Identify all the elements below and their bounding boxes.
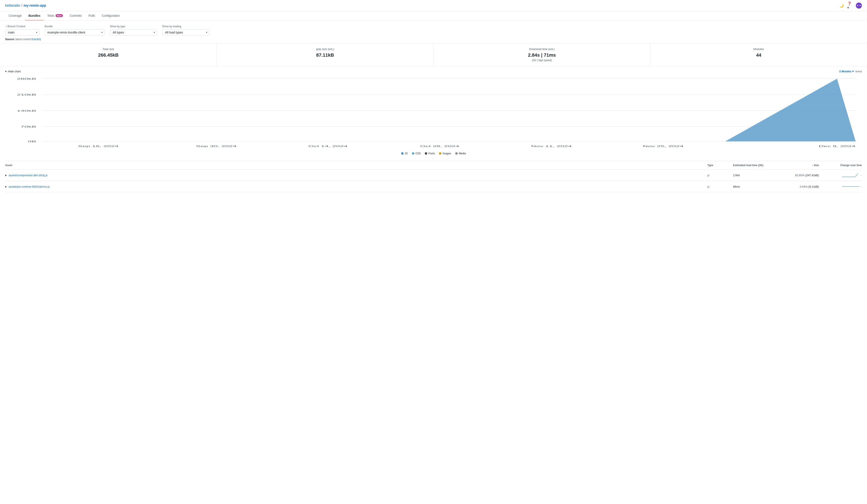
branch-context-select[interactable]: main develop [5,29,40,36]
legend-fonts-dot [425,152,427,154]
repo-name-link[interactable]: my-remix-app [24,4,46,8]
legend-js-dot [401,152,404,154]
svg-text:Oct 28, 2024: Oct 28, 2024 [420,145,459,148]
tab-pulls[interactable]: Pulls [85,11,98,20]
tab-commits[interactable]: Commits [66,11,85,20]
expand-icon[interactable]: ▶ [5,185,7,188]
chart-section: ▾ Hide chart 3 Months ▾ trend 280kB 210k… [0,66,867,161]
row-size-2: 3.04% (8.11kB) [780,185,819,188]
help-icon[interactable]: ❓ ▾ [847,2,853,9]
tab-coverage[interactable]: Coverage [5,11,25,20]
stat-modules-label: Modules [655,47,863,51]
commit-link[interactable]: 0cbc6d1 [31,38,41,41]
legend-images-dot [439,152,441,154]
chart-legend: JS CSS Fonts Images Media [5,149,862,158]
bundle-select[interactable]: example-remix-bundle-client example-remi… [45,29,105,36]
source-line: Source: latest commit 0cbc6d1 [0,36,867,43]
legend-js-label: JS [405,152,408,155]
stat-total-size-value: 266.45kB [4,52,212,58]
svg-text:140kB: 140kB [17,109,36,112]
svg-text:0B: 0B [28,140,36,143]
chevron-down-icon: ▾ [5,70,7,73]
chevron-down-icon: ▾ [852,70,854,73]
bundle-select-wrapper: example-remix-bundle-client example-remi… [45,29,105,36]
show-by-type-label: Show by type [110,25,157,28]
branch-context-select-wrapper: main develop ▾ [5,29,40,36]
legend-css-dot [412,152,414,154]
source-text-latest: latest commit [15,38,31,41]
legend-fonts: Fonts [425,152,435,155]
stats-row: Total size 266.45kB gzip size (est.) 87.… [0,43,867,66]
stat-download-time-label: Download time (est.) [438,47,646,51]
stat-gzip-size-value: 87.11kB [221,52,429,58]
row-asset-2: ▶ assets/jsx-runtime-56DGaGmo.js [5,185,707,188]
bundle-filter: Bundle example-remix-bundle-client examp… [45,25,105,36]
svg-text:Oct 14, 2024: Oct 14, 2024 [308,145,347,148]
svg-text:210kB: 210kB [17,93,36,96]
nav-tabs: Coverage Bundles Tests New Commits Pulls… [0,11,867,21]
trend-label: trend [855,70,862,73]
legend-images: Images [439,152,451,155]
legend-images-label: Images [442,152,451,155]
show-by-type-select-wrapper: All types JS CSS ▾ [110,29,157,36]
stat-modules-value: 44 [655,52,863,58]
top-bar-right: 🌙 ❓ ▾ K ▾ [839,2,862,9]
col-asset: Asset [5,164,707,167]
stat-modules: Modules 44 [651,43,867,66]
bundle-label: Bundle [45,25,105,28]
row-size-1: 92.85% (247.41kB) [780,174,819,177]
show-by-loading-label: Show by loading [162,25,210,28]
asset-link-1[interactable]: assets/components-8ef-zNJq.js [9,174,47,177]
legend-css: CSS [412,152,421,155]
col-size: ↓ Size [780,164,819,167]
stat-gzip-size: gzip size (est.) 87.11kB [217,43,434,66]
table-row: ▶ assets/jsx-runtime-56DGaGmo.js js 86ms… [5,181,862,192]
sort-icon: ↓ [812,164,814,167]
avatar[interactable]: K ▾ [856,2,862,9]
moon-icon[interactable]: 🌙 [839,2,845,9]
row-change-2: - [819,184,862,189]
legend-media-label: Media [459,152,466,155]
filters-row: ⑁ Branch Context main develop ▾ Bundle e… [0,21,867,36]
stat-download-time-sub: (3G | high speed) [438,59,646,62]
chart-svg: 280kB 210kB 140kB 70kB 0B Sep 16, 2024 S… [5,76,862,149]
legend-media: Media [456,152,466,155]
expand-icon[interactable]: ▶ [5,174,7,176]
breadcrumb: kettanaito / my-remix-app [5,4,46,8]
asset-link-2[interactable]: assets/jsx-runtime-56DGaGmo.js [9,185,50,188]
svg-text:Dec 9, 2024: Dec 9, 2024 [818,145,855,148]
svg-text:Nov 25, 2024: Nov 25, 2024 [643,145,684,148]
stat-gzip-size-label: gzip size (est.) [221,47,429,51]
source-label: Source: [5,38,15,41]
stat-total-size: Total size 266.45kB [0,43,217,66]
svg-text:70kB: 70kB [21,125,36,128]
breadcrumb-separator: / [21,4,22,8]
stat-total-size-label: Total size [4,47,212,51]
legend-js: JS [401,152,408,155]
change-dash-2: - [861,185,862,188]
branch-context-label: ⑁ Branch Context [5,25,40,28]
time-period-select[interactable]: 3 Months ▾ [839,70,854,73]
chart-container: 280kB 210kB 140kB 70kB 0B Sep 16, 2024 S… [5,76,862,149]
tab-bundles[interactable]: Bundles [25,11,44,20]
show-by-loading-select[interactable]: All load types Initial Lazy [162,29,210,36]
repo-owner-link[interactable]: kettanaito [5,4,20,8]
tab-configuration[interactable]: Configuration [98,11,123,20]
row-type-2: js [707,185,733,188]
legend-fonts-label: Fonts [428,152,435,155]
svg-marker-10 [43,79,856,141]
show-by-loading-filter: Show by loading All load types Initial L… [162,25,210,36]
show-by-type-select[interactable]: All types JS CSS [110,29,157,36]
chart-header: ▾ Hide chart 3 Months ▾ trend [5,70,862,73]
table-header: Asset Type Estimated load time (3G) ↓ Si… [5,161,862,170]
row-type-1: js [707,174,733,177]
branch-context-filter: ⑁ Branch Context main develop ▾ [5,25,40,36]
top-bar: kettanaito / my-remix-app 🌙 ❓ ▾ K ▾ [0,0,867,11]
row-asset-1: ▶ assets/components-8ef-zNJq.js [5,174,707,177]
tab-tests[interactable]: Tests New [44,11,66,20]
hide-chart-button[interactable]: ▾ Hide chart [5,70,21,73]
row-change-1: - [819,173,862,178]
change-dash-1: - [861,174,862,177]
svg-text:Sep 30, 2024: Sep 30, 2024 [196,145,236,148]
svg-text:280kB: 280kB [17,77,36,80]
